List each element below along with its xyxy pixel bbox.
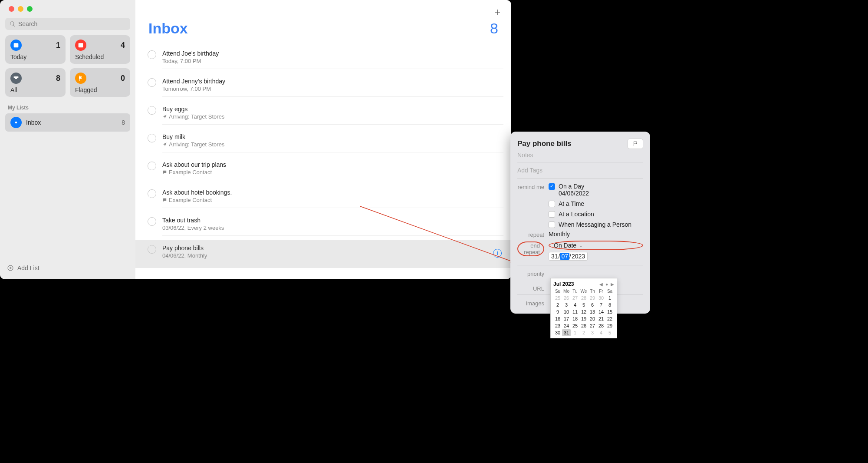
calendar-day[interactable]: 6 xyxy=(588,301,597,308)
list-item-inbox[interactable]: Inbox 8 xyxy=(5,113,130,132)
calendar-day[interactable]: 1 xyxy=(571,329,579,336)
smart-list-today[interactable]: 1 Today xyxy=(5,35,66,64)
date-month[interactable]: 07 xyxy=(560,253,569,260)
calendar-day[interactable]: 5 xyxy=(579,301,588,308)
calendar-day[interactable]: 28 xyxy=(579,294,588,301)
calendar-day[interactable]: 25 xyxy=(553,294,562,301)
reminder-title: Ask about hotel bookings. xyxy=(162,189,503,196)
calendar-day[interactable]: 15 xyxy=(605,308,614,315)
reminder-row[interactable]: Buy eggsArriving: Target Stores xyxy=(135,101,511,129)
on-a-day-date[interactable]: 04/06/2022 xyxy=(559,190,589,197)
calendar-day[interactable]: 13 xyxy=(588,308,597,315)
main-panel: Inbox 8 Attend Joe's birthdayToday, 7:00… xyxy=(135,0,511,279)
calendar-day[interactable]: 20 xyxy=(588,315,597,322)
calendar-day[interactable]: 19 xyxy=(579,315,588,322)
reminder-row[interactable]: Ask about our trip plansExample Contact xyxy=(135,157,511,185)
calendar-day[interactable]: 4 xyxy=(597,329,605,336)
calendar-day[interactable]: 8 xyxy=(605,301,614,308)
search-box[interactable] xyxy=(5,18,130,30)
date-year[interactable]: 2023 xyxy=(571,253,585,260)
reminder-row[interactable]: Take out trash03/06/22, Every 2 weeks xyxy=(135,212,511,240)
option-at-a-time[interactable]: At a Time xyxy=(549,200,643,207)
calendar-day[interactable]: 9 xyxy=(553,308,562,315)
complete-checkbox[interactable] xyxy=(148,189,156,198)
calendar-day[interactable]: 18 xyxy=(571,315,579,322)
add-list-button[interactable]: Add List xyxy=(5,262,130,274)
calendar-day[interactable]: 17 xyxy=(562,315,571,322)
calendar-day[interactable]: 11 xyxy=(571,308,579,315)
repeat-field[interactable]: repeat Monthly xyxy=(517,231,643,238)
fullscreen-window-button[interactable] xyxy=(27,6,33,12)
end-repeat-field[interactable]: end repeat On Date ⌄ 31/07/2023 xyxy=(517,241,643,261)
date-picker-calendar[interactable]: Jul 2023 ◀ ● ▶ SuMoTuWeThFrSa25262728293… xyxy=(550,278,617,338)
option-on-a-day[interactable]: On a Day 04/06/2022 xyxy=(549,183,643,197)
reminder-row[interactable]: Attend Joe's birthdayToday, 7:00 PM xyxy=(135,46,511,73)
when-messaging-label: When Messaging a Person xyxy=(559,221,631,228)
smart-list-flagged[interactable]: 0 Flagged xyxy=(70,68,130,97)
date-day[interactable]: 31 xyxy=(551,253,559,260)
repeat-value[interactable]: Monthly xyxy=(549,231,643,238)
calendar-day[interactable]: 21 xyxy=(597,315,605,322)
calendar-day[interactable]: 24 xyxy=(562,322,571,329)
calendar-day[interactable]: 2 xyxy=(553,301,562,308)
reminder-row[interactable]: Ask about hotel bookings.Example Contact xyxy=(135,185,511,212)
tags-field[interactable]: Add Tags xyxy=(517,167,643,174)
calendar-day[interactable]: 31 xyxy=(562,329,571,336)
calendar-day[interactable]: 16 xyxy=(553,315,562,322)
calendar-day[interactable]: 29 xyxy=(605,322,614,329)
calendar-day[interactable]: 27 xyxy=(588,322,597,329)
priority-field[interactable]: priority xyxy=(517,270,643,277)
calendar-day[interactable]: 30 xyxy=(553,329,562,336)
calendar-day[interactable]: 14 xyxy=(597,308,605,315)
info-button[interactable]: i xyxy=(493,249,502,258)
calendar-day[interactable]: 28 xyxy=(597,322,605,329)
notes-field[interactable]: Notes xyxy=(517,152,643,159)
complete-checkbox[interactable] xyxy=(148,245,156,254)
complete-checkbox[interactable] xyxy=(148,162,156,170)
end-repeat-date-input[interactable]: 31/07/2023 xyxy=(549,252,588,261)
reminder-row[interactable]: Pay phone bills04/06/22, Monthlyi xyxy=(135,240,511,268)
calendar-day[interactable]: 1 xyxy=(605,294,614,301)
minimize-window-button[interactable] xyxy=(18,6,23,12)
calendar-day[interactable]: 22 xyxy=(605,315,614,322)
calendar-next-button[interactable]: ▶ xyxy=(611,282,614,287)
calendar-day[interactable]: 25 xyxy=(571,322,579,329)
complete-checkbox[interactable] xyxy=(148,134,156,142)
calendar-day[interactable]: 3 xyxy=(562,301,571,308)
calendar-day[interactable]: 10 xyxy=(562,308,571,315)
calendar-day[interactable]: 27 xyxy=(571,294,579,301)
complete-checkbox[interactable] xyxy=(148,78,156,87)
complete-checkbox[interactable] xyxy=(148,217,156,226)
calendar-day[interactable]: 29 xyxy=(588,294,597,301)
on-a-day-checkbox[interactable] xyxy=(549,183,555,190)
smart-list-all[interactable]: 8 All xyxy=(5,68,66,97)
new-reminder-button[interactable] xyxy=(491,6,503,18)
calendar-day[interactable]: 12 xyxy=(579,308,588,315)
calendar-day[interactable]: 3 xyxy=(588,329,597,336)
search-input[interactable] xyxy=(18,20,126,27)
calendar-day[interactable]: 30 xyxy=(597,294,605,301)
complete-checkbox[interactable] xyxy=(148,106,156,115)
calendar-prev-button[interactable]: ◀ xyxy=(599,282,603,287)
calendar-today-button[interactable]: ● xyxy=(605,282,608,287)
calendar-day[interactable]: 23 xyxy=(553,322,562,329)
reminder-row[interactable]: Buy milkArriving: Target Stores xyxy=(135,129,511,157)
calendar-day[interactable]: 5 xyxy=(605,329,614,336)
calendar-day[interactable]: 7 xyxy=(597,301,605,308)
at-a-time-checkbox[interactable] xyxy=(549,201,555,207)
smart-list-scheduled[interactable]: 4 Scheduled xyxy=(70,35,130,64)
complete-checkbox[interactable] xyxy=(148,50,156,59)
calendar-day[interactable]: 26 xyxy=(562,294,571,301)
close-window-button[interactable] xyxy=(9,6,14,12)
calendar-day[interactable]: 2 xyxy=(579,329,588,336)
reminder-row[interactable]: Attend Jenny's birthdayTomorrow, 7:00 PM xyxy=(135,73,511,101)
inspector-title[interactable]: Pay phone bills xyxy=(517,139,628,148)
at-a-location-checkbox[interactable] xyxy=(549,211,555,218)
calendar-day[interactable]: 4 xyxy=(571,301,579,308)
flag-button[interactable] xyxy=(628,139,643,149)
option-when-messaging[interactable]: When Messaging a Person xyxy=(549,221,643,228)
option-at-a-location[interactable]: At a Location xyxy=(549,211,643,218)
end-repeat-selector[interactable]: On Date ⌄ xyxy=(549,241,643,250)
when-messaging-checkbox[interactable] xyxy=(549,222,555,228)
calendar-day[interactable]: 26 xyxy=(579,322,588,329)
